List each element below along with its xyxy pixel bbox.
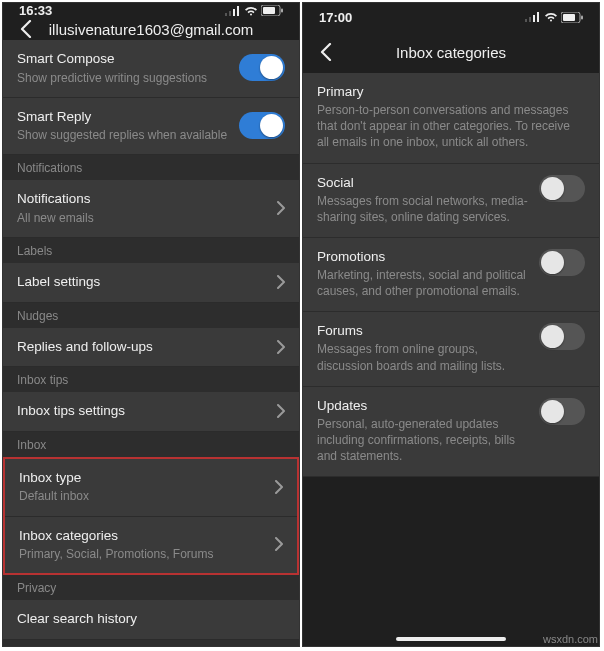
svg-rect-9 <box>533 15 535 22</box>
watermark: wsxdn.com <box>543 633 598 645</box>
category-promotions[interactable]: Promotions Marketing, interests, social … <box>303 238 599 312</box>
svg-rect-5 <box>263 7 275 14</box>
status-icons <box>525 12 583 23</box>
svg-rect-0 <box>225 13 227 16</box>
notifications-sub: All new emails <box>17 210 277 226</box>
svg-rect-2 <box>233 9 235 16</box>
notifications-row[interactable]: Notifications All new emails <box>3 180 299 238</box>
category-forums-sub: Messages from online groups, discussion … <box>317 341 529 373</box>
category-social-label: Social <box>317 175 529 190</box>
smart-compose-row[interactable]: Smart Compose Show predictive writing su… <box>3 40 299 98</box>
section-inbox-tips: Inbox tips <box>3 367 299 392</box>
replies-followups-label: Replies and follow-ups <box>17 338 277 356</box>
battery-icon <box>261 5 283 16</box>
phone-left-settings: 16:33 illusivenature1603@gmail.com Smart… <box>2 2 300 647</box>
smart-reply-label: Smart Reply <box>17 108 239 126</box>
inbox-type-sub: Default inbox <box>19 488 275 504</box>
wifi-icon <box>544 12 558 22</box>
inbox-type-row[interactable]: Inbox type Default inbox <box>5 459 297 517</box>
smart-compose-label: Smart Compose <box>17 50 239 68</box>
category-promotions-sub: Marketing, interests, social and politic… <box>317 267 529 299</box>
category-social-toggle[interactable] <box>539 175 585 202</box>
inbox-categories-sub: Primary, Social, Promotions, Forums <box>19 546 275 562</box>
category-promotions-toggle[interactable] <box>539 249 585 276</box>
inbox-tips-settings-label: Inbox tips settings <box>17 402 277 420</box>
inbox-highlight: Inbox type Default inbox Inbox categorie… <box>3 457 299 575</box>
section-notifications: Notifications <box>3 155 299 180</box>
svg-rect-8 <box>529 17 531 22</box>
navbar-title: Inbox categories <box>315 44 587 61</box>
smart-reply-sub: Show suggested replies when available <box>17 127 239 143</box>
chevron-right-icon <box>275 480 283 494</box>
section-labels: Labels <box>3 238 299 263</box>
svg-rect-12 <box>563 14 575 21</box>
category-forums[interactable]: Forums Messages from online groups, disc… <box>303 312 599 386</box>
section-calls: Calls <box>3 640 299 647</box>
signal-icon <box>525 12 541 22</box>
category-forums-label: Forums <box>317 323 529 338</box>
navbar-left: illusivenature1603@gmail.com <box>3 18 299 40</box>
inbox-categories-row[interactable]: Inbox categories Primary, Social, Promot… <box>5 517 297 574</box>
category-updates-toggle[interactable] <box>539 398 585 425</box>
chevron-right-icon <box>277 201 285 215</box>
category-social[interactable]: Social Messages from social networks, me… <box>303 164 599 238</box>
svg-rect-1 <box>229 11 231 16</box>
status-icons <box>225 5 283 16</box>
navbar-right: Inbox categories <box>303 31 599 73</box>
category-promotions-label: Promotions <box>317 249 529 264</box>
category-social-sub: Messages from social networks, media-sha… <box>317 193 529 225</box>
section-inbox: Inbox <box>3 432 299 457</box>
section-privacy: Privacy <box>3 575 299 600</box>
category-forums-toggle[interactable] <box>539 323 585 350</box>
battery-icon <box>561 12 583 23</box>
inbox-type-label: Inbox type <box>19 469 275 487</box>
category-primary-label: Primary <box>317 84 585 99</box>
smart-reply-row[interactable]: Smart Reply Show suggested replies when … <box>3 98 299 156</box>
svg-rect-7 <box>525 19 527 22</box>
wifi-icon <box>244 6 258 16</box>
chevron-right-icon <box>277 275 285 289</box>
status-time: 17:00 <box>319 10 352 25</box>
category-updates-sub: Personal, auto-generated updates includi… <box>317 416 529 465</box>
replies-followups-row[interactable]: Replies and follow-ups <box>3 328 299 368</box>
status-bar: 16:33 <box>3 3 299 18</box>
category-primary: Primary Person-to-person conversations a… <box>303 73 599 164</box>
svg-rect-6 <box>281 9 283 13</box>
category-primary-sub: Person-to-person conversations and messa… <box>317 102 585 151</box>
section-nudges: Nudges <box>3 303 299 328</box>
chevron-right-icon <box>275 537 283 551</box>
svg-rect-13 <box>581 15 583 19</box>
notifications-label: Notifications <box>17 190 277 208</box>
smart-compose-toggle[interactable] <box>239 54 285 81</box>
label-settings-label: Label settings <box>17 273 277 291</box>
smart-reply-toggle[interactable] <box>239 112 285 139</box>
category-updates[interactable]: Updates Personal, auto-generated updates… <box>303 387 599 478</box>
phone-right-categories: 17:00 Inbox categories Primary Person-to… <box>302 2 600 647</box>
clear-search-row[interactable]: Clear search history <box>3 600 299 640</box>
navbar-title: illusivenature1603@gmail.com <box>15 21 287 38</box>
clear-search-label: Clear search history <box>17 610 285 628</box>
category-updates-label: Updates <box>317 398 529 413</box>
home-indicator[interactable] <box>396 637 506 641</box>
svg-rect-10 <box>537 12 539 22</box>
inbox-tips-settings-row[interactable]: Inbox tips settings <box>3 392 299 432</box>
status-bar: 17:00 <box>303 3 599 31</box>
chevron-right-icon <box>277 404 285 418</box>
inbox-categories-label: Inbox categories <box>19 527 275 545</box>
svg-rect-3 <box>237 6 239 16</box>
smart-compose-sub: Show predictive writing suggestions <box>17 70 239 86</box>
status-time: 16:33 <box>19 3 52 18</box>
label-settings-row[interactable]: Label settings <box>3 263 299 303</box>
chevron-right-icon <box>277 340 285 354</box>
signal-icon <box>225 6 241 16</box>
